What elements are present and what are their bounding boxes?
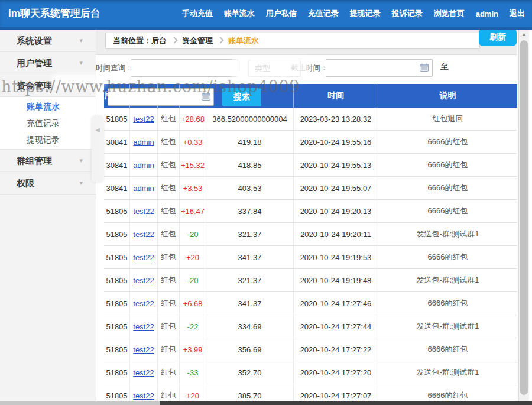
sidebar-item[interactable]: 系统设置▾ <box>0 30 96 52</box>
cell-type: 红包 <box>158 131 180 153</box>
username-link[interactable]: test22 <box>133 368 154 377</box>
username-link[interactable]: test22 <box>133 115 154 124</box>
cell-uid: 51805 <box>104 338 130 361</box>
cell-user: test22 <box>130 315 158 338</box>
vertical-scrollbar[interactable]: ▲ <box>518 30 529 401</box>
sidebar-subitem[interactable]: 充值记录 <box>0 115 96 131</box>
sidebar-item[interactable]: 用户管理▾ <box>0 52 96 74</box>
cell-user: test22 <box>130 108 158 130</box>
cell-user: test22 <box>130 269 158 291</box>
chevron-down-icon: ▾ <box>79 150 83 171</box>
cell-note: 红包退回 <box>378 108 517 130</box>
username-link[interactable]: admin <box>133 184 154 193</box>
table-row: 30841admin红包+0.33419.182020-10-24 19:55:… <box>104 131 517 154</box>
horizontal-scrollbar[interactable] <box>160 401 532 405</box>
cell-user: test22 <box>130 246 158 268</box>
cell-type: 红包 <box>158 292 180 315</box>
cell-time: 2020-10-24 17:27:20 <box>294 361 378 384</box>
sidebar-item[interactable]: 资金管理▾ <box>0 74 96 97</box>
breadcrumb-item[interactable]: 账单流水 <box>228 36 259 45</box>
username-link[interactable]: test22 <box>133 345 154 354</box>
username-link[interactable]: test22 <box>133 253 154 262</box>
cell-amount: +6.68 <box>180 292 206 315</box>
cell-user: test22 <box>130 292 158 315</box>
sidebar-subitem[interactable]: 账单流水 <box>0 98 96 115</box>
cell-user: test22 <box>130 361 158 384</box>
scroll-up-icon[interactable]: ▲ <box>519 30 529 39</box>
calendar-icon[interactable] <box>420 63 429 74</box>
chevron-right-icon <box>171 37 177 43</box>
cell-balance: 321.37 <box>206 223 294 245</box>
table-row: 51805test22红包-33352.702020-10-24 17:27:2… <box>104 361 517 384</box>
table-row: 51805test22红包+6.68341.372020-10-24 17:27… <box>104 292 517 315</box>
breadcrumb-item[interactable]: 资金管理 <box>182 36 213 45</box>
sidebar-collapse-handle[interactable]: ◀ <box>92 116 103 182</box>
cell-balance: 334.69 <box>206 315 294 338</box>
topnav-item[interactable]: 浏览首页 <box>434 8 465 19</box>
chevron-down-icon: ▾ <box>79 74 83 96</box>
topnav-item[interactable]: 账单流水 <box>224 8 255 19</box>
cell-note: 6666的红包 <box>378 131 517 153</box>
table-row: 30841admin红包+3.53403.532020-10-24 19:55:… <box>104 177 517 200</box>
breadcrumb-prefix: 当前位置： <box>113 36 151 45</box>
cell-time: 2020-10-24 19:55:13 <box>294 154 378 176</box>
end-time-input[interactable] <box>326 59 433 77</box>
sidebar-subitem[interactable]: 提现记录 <box>0 131 96 148</box>
topnav-item[interactable]: 退出 <box>510 8 525 19</box>
topnav-item[interactable]: 充值记录 <box>308 8 339 19</box>
cell-type: 红包 <box>158 108 180 130</box>
username-link[interactable]: test22 <box>133 207 154 216</box>
table-row: 51805test22红包+3.99356.692020-10-24 17:27… <box>104 338 517 361</box>
cell-uid: 51805 <box>104 223 130 245</box>
cell-balance: 352.70 <box>206 361 294 384</box>
chevron-right-icon <box>217 37 223 43</box>
cell-amount: +3.53 <box>180 177 206 199</box>
cell-time: 2020-10-24 17:27:46 <box>294 292 378 315</box>
cell-note: 发送包-群:测试群1 <box>378 269 517 291</box>
search-button[interactable]: 搜索 <box>222 88 261 106</box>
refresh-button[interactable]: 刷新 <box>479 28 517 46</box>
cell-uid: 51805 <box>104 246 130 268</box>
calendar-icon[interactable] <box>202 92 210 103</box>
cell-balance: 403.53 <box>206 177 294 199</box>
table-row: 30841admin红包+15.32418.852020-10-24 19:55… <box>104 154 517 177</box>
scrollbar-thumb[interactable] <box>520 40 528 395</box>
cell-uid: 30841 <box>104 154 130 176</box>
cell-balance: 341.37 <box>206 292 294 315</box>
type-select-value: 类型 <box>255 60 270 76</box>
username-link[interactable]: test22 <box>133 322 154 331</box>
cell-time: 2020-10-24 17:27:44 <box>294 315 378 338</box>
cell-user: test22 <box>130 200 158 222</box>
topnav: 手动充值账单流水用户私信充值记录提现记录投诉记录浏览首页admin退出 <box>182 0 525 27</box>
app-title: im聊天系统管理后台 <box>8 0 100 27</box>
overlay-date-field <box>108 88 214 106</box>
start-time-input[interactable] <box>131 59 238 77</box>
cell-time: 2020-10-24 19:19:53 <box>294 246 378 268</box>
overlay-date-input[interactable] <box>108 88 214 106</box>
cell-user: test22 <box>130 223 158 245</box>
sidebar-submenu: 账单流水充值记录提现记录 <box>0 97 96 150</box>
topnav-item[interactable]: admin <box>476 9 498 18</box>
sidebar-item[interactable]: 群组管理▾ <box>0 150 96 172</box>
username-link[interactable]: admin <box>133 161 154 170</box>
topnav-item[interactable]: 提现记录 <box>350 8 381 19</box>
cell-type: 红包 <box>158 177 180 199</box>
topnav-item[interactable]: 投诉记录 <box>392 8 423 19</box>
table-row: 51805test22红包+16.47337.842020-10-24 19:2… <box>104 200 517 223</box>
sidebar-item[interactable]: 权限▾ <box>0 172 96 195</box>
topnav-item[interactable]: 用户私信 <box>266 8 297 19</box>
topnav-item[interactable]: 手动充值 <box>182 8 213 19</box>
cell-type: 红包 <box>158 246 180 268</box>
username-link[interactable]: test22 <box>133 230 154 239</box>
sidebar-item-label: 资金管理 <box>17 80 52 90</box>
cell-balance: 337.84 <box>206 200 294 222</box>
cell-user: admin <box>130 154 158 176</box>
username-link[interactable]: test22 <box>133 391 154 400</box>
cell-balance: 419.18 <box>206 131 294 153</box>
username-link[interactable]: test22 <box>133 276 154 285</box>
username-link[interactable]: test22 <box>133 299 154 308</box>
table-row: 51805test22红包-20321.372020-10-24 19:20:1… <box>104 223 517 246</box>
username-link[interactable]: admin <box>133 138 154 147</box>
sidebar-item-label: 用户管理 <box>17 58 52 68</box>
cell-amount: +3.99 <box>180 338 206 361</box>
